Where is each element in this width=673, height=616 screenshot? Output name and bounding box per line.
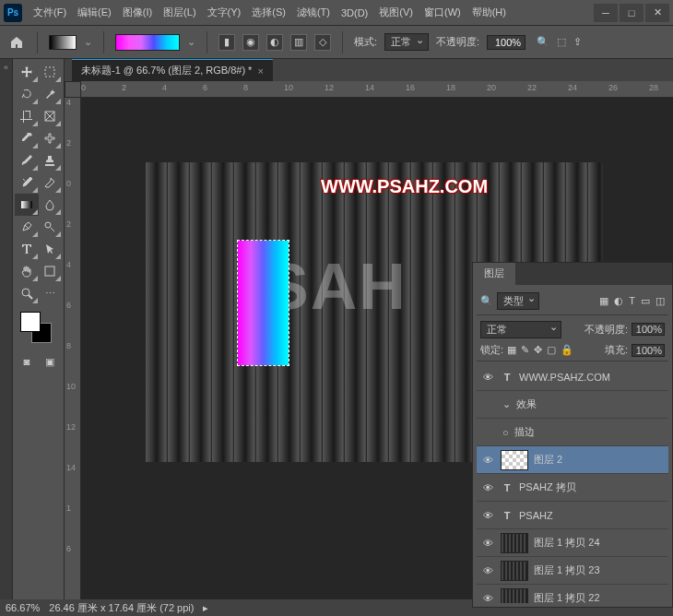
lasso-tool[interactable]	[15, 83, 39, 105]
visibility-icon[interactable]: 👁	[480, 482, 495, 493]
zoom-tool[interactable]	[15, 282, 39, 304]
layer-name[interactable]: PSAHZ	[519, 510, 665, 521]
gradient-reflected-icon[interactable]: ▥	[290, 34, 307, 51]
layer-row[interactable]: 👁图层 1 拷贝 23	[477, 557, 668, 585]
chevron-right-icon[interactable]: ▸	[203, 602, 208, 614]
filter-shape-icon[interactable]: ▭	[641, 295, 650, 307]
history-brush-tool[interactable]	[15, 172, 39, 194]
filter-select[interactable]: 类型	[497, 292, 539, 310]
gradient-preview[interactable]	[115, 34, 180, 51]
visibility-icon[interactable]: 👁	[480, 565, 495, 576]
filter-adjust-icon[interactable]: ◐	[614, 295, 623, 307]
share-icon[interactable]: ⇪	[573, 36, 582, 48]
eraser-tool[interactable]	[39, 172, 63, 194]
layer-row[interactable]: ⌄效果	[477, 391, 668, 419]
menu-help[interactable]: 帮助(H)	[466, 2, 512, 23]
color-swatches[interactable]	[15, 310, 62, 347]
layer-thumbnail[interactable]	[501, 588, 528, 604]
blend-select[interactable]: 正常	[480, 321, 561, 338]
blur-tool[interactable]	[39, 194, 63, 216]
search-icon[interactable]: 🔍	[480, 295, 493, 307]
layer-thumbnail[interactable]	[501, 561, 528, 581]
layer-row[interactable]: 👁TPSAHZ	[477, 502, 668, 529]
foreground-swatch[interactable]	[20, 312, 41, 332]
layer-row[interactable]: 👁TPSAHZ 拷贝	[477, 474, 668, 502]
chevron-down-icon[interactable]: ⌄	[502, 398, 511, 410]
dodge-tool[interactable]	[39, 216, 63, 238]
filter-type-icon[interactable]: T	[629, 295, 635, 307]
document-tab[interactable]: 未标题-1 @ 66.7% (图层 2, RGB/8#) * ×	[72, 59, 273, 81]
lock-pixels-icon[interactable]: ▦	[507, 344, 516, 356]
search-icon[interactable]: 🔍	[537, 36, 549, 48]
blend-mode-select[interactable]: 正常	[384, 33, 429, 51]
layer-name[interactable]: 图层 2	[534, 453, 665, 467]
quickmask-icon[interactable]: ◙	[15, 350, 39, 373]
gradient-angle-icon[interactable]: ◐	[266, 34, 283, 51]
layer-name[interactable]: WWW.PSAHZ.COM	[519, 372, 665, 383]
layer-name[interactable]: 效果	[516, 397, 665, 411]
pen-tool[interactable]	[15, 216, 39, 238]
gradient-diamond-icon[interactable]: ◇	[314, 34, 331, 51]
visibility-icon[interactable]: 👁	[480, 538, 495, 549]
window-close-button[interactable]: ✕	[645, 4, 669, 22]
gradient-radial-icon[interactable]: ◉	[242, 34, 259, 51]
menu-image[interactable]: 图像(I)	[117, 2, 158, 23]
menu-file[interactable]: 文件(F)	[28, 2, 72, 23]
type-tool[interactable]	[15, 238, 39, 260]
tab-layers[interactable]: 图层	[473, 263, 515, 285]
gradient-tool[interactable]	[15, 194, 39, 216]
window-minimize-button[interactable]: ─	[594, 4, 618, 22]
menu-layer[interactable]: 图层(L)	[158, 2, 201, 23]
eyedropper-tool[interactable]	[15, 127, 39, 149]
layer-name[interactable]: 图层 1 拷贝 24	[534, 536, 665, 550]
stamp-tool[interactable]	[39, 149, 63, 172]
heal-tool[interactable]	[39, 127, 63, 149]
layer-thumbnail[interactable]	[501, 533, 528, 553]
zoom-value[interactable]: 66.67%	[6, 602, 40, 613]
screenmode-icon[interactable]: ▣	[39, 350, 63, 373]
layer-row[interactable]: 👁图层 2	[477, 446, 668, 474]
close-icon[interactable]: ×	[257, 65, 263, 77]
visibility-icon[interactable]: 👁	[480, 372, 495, 383]
visibility-icon[interactable]: 👁	[480, 593, 495, 604]
lock-all-icon[interactable]: 🔒	[561, 344, 573, 356]
dropdown-icon[interactable]: ⌄	[84, 36, 92, 48]
layer-name[interactable]: 描边	[514, 425, 665, 439]
menu-3d[interactable]: 3D(D)	[336, 4, 373, 22]
menu-view[interactable]: 视图(V)	[373, 2, 419, 23]
marquee-tool[interactable]	[39, 61, 63, 83]
menu-type[interactable]: 文字(Y)	[202, 2, 247, 23]
layer-opacity-input[interactable]: 100%	[632, 323, 665, 336]
ruler-vertical[interactable]: 420246810121416	[65, 98, 81, 599]
shape-tool[interactable]	[39, 260, 63, 282]
menu-filter[interactable]: 滤镜(T)	[291, 2, 336, 23]
gradient-swatch[interactable]	[49, 35, 77, 50]
filter-smart-icon[interactable]: ◫	[655, 295, 665, 307]
lock-brush-icon[interactable]: ✎	[521, 344, 529, 356]
frame-tool[interactable]	[39, 105, 63, 127]
home-icon[interactable]	[7, 33, 26, 52]
collapse-strip[interactable]: «	[0, 59, 13, 599]
filter-pixel-icon[interactable]: ▦	[599, 295, 608, 307]
visibility-icon[interactable]: 👁	[480, 455, 495, 466]
hand-tool[interactable]	[15, 260, 39, 282]
window-maximize-button[interactable]: □	[620, 4, 643, 22]
dropdown-icon[interactable]: ⌄	[187, 36, 195, 48]
crop-tool[interactable]	[15, 105, 39, 127]
menu-window[interactable]: 窗口(W)	[419, 2, 466, 23]
layer-row[interactable]: 👁图层 1 拷贝 24	[477, 529, 668, 557]
panel-toggle-icon[interactable]: ⬚	[557, 36, 566, 48]
path-select-tool[interactable]	[39, 238, 63, 260]
brush-tool[interactable]	[15, 149, 39, 172]
layer-name[interactable]: 图层 1 拷贝 23	[534, 563, 665, 577]
lock-position-icon[interactable]: ✥	[534, 344, 542, 356]
layer-name[interactable]: PSAHZ 拷贝	[519, 480, 665, 494]
layer-name[interactable]: 图层 1 拷贝 22	[534, 591, 665, 603]
menu-select[interactable]: 选择(S)	[246, 2, 291, 23]
ruler-origin[interactable]	[65, 81, 81, 98]
opacity-input[interactable]: 100%	[487, 35, 525, 50]
layer-row[interactable]: ○描边	[477, 419, 668, 446]
gradient-linear-icon[interactable]: ▮	[218, 34, 235, 51]
layer-row[interactable]: 👁TWWW.PSAHZ.COM	[477, 363, 668, 391]
move-tool[interactable]	[15, 61, 39, 83]
